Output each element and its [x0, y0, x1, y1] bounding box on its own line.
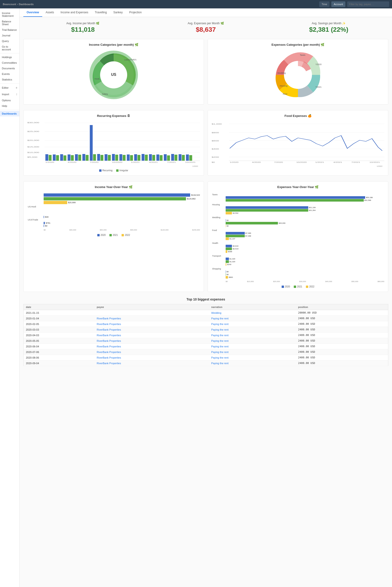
cell-narration[interactable]: Paying the rent	[209, 344, 296, 349]
housing-2021: $31,264	[226, 209, 384, 212]
cell-position: 2400.00 USD	[296, 355, 388, 360]
cell-narration[interactable]: Paying the rent	[209, 360, 296, 366]
cell-date: 2020-06-04	[24, 344, 94, 349]
income-781-bar	[44, 222, 45, 224]
cell-payee[interactable]: RiverBank Properties	[94, 327, 209, 332]
tab-income-expenses[interactable]: Income and Expenses	[57, 8, 92, 17]
sidebar-item-events[interactable]: Events	[0, 71, 19, 77]
cell-date: 2020-08-06	[24, 355, 94, 360]
exp-dot-2021	[294, 286, 296, 288]
sidebar-item-options[interactable]: Options	[0, 97, 19, 103]
svg-rect-57	[160, 155, 162, 161]
cell-narration[interactable]: Paying the rent	[209, 338, 296, 344]
label-2022: 2022	[125, 234, 130, 236]
income-yoy-area: $134,522 $129,882 $20,999 US:Hooli	[27, 192, 200, 231]
cell-payee[interactable]: RiverBank Properties	[94, 355, 209, 360]
svg-text:10/2020: 10/2020	[296, 161, 307, 163]
sidebar-item-dashboards[interactable]: Dashboards	[0, 111, 19, 116]
transport-label: Transport	[212, 255, 384, 257]
sidebar-item-editor[interactable]: Editor+	[0, 84, 19, 91]
time-button[interactable]: Time	[319, 1, 330, 7]
income-2022-bar-row: $20,999	[44, 201, 200, 204]
expenses-yoy-title: Expenses Year-Over-Year 🌿	[212, 185, 384, 189]
svg-rect-28	[53, 154, 56, 161]
cell-narration[interactable]: Paying the rent	[209, 327, 296, 332]
recurring-dot	[99, 169, 102, 172]
cell-payee[interactable]: RiverBank Properties	[94, 360, 209, 366]
tab-travelling[interactable]: Travelling	[92, 8, 110, 17]
recurring-label: Recurring	[102, 169, 112, 172]
sidebar-item-journal[interactable]: Journal	[0, 33, 19, 38]
legend-2022: 2022	[122, 234, 130, 236]
col-payee: payee	[94, 304, 209, 310]
svg-rect-39	[93, 154, 96, 161]
label-2021: 2021	[113, 234, 118, 236]
cell-payee[interactable]: RiverBank Properties	[94, 332, 209, 338]
sidebar-item-income-statement[interactable]: Income Statement	[0, 10, 19, 19]
svg-text:$25,000: $25,000	[27, 130, 39, 132]
income-yoy-title: Income Year-Over-Year 🌿	[27, 185, 200, 189]
cell-narration[interactable]: Paying the rent	[209, 332, 296, 338]
sidebar-item-commodities[interactable]: Commodities	[0, 60, 19, 65]
brand-breadcrumb: Dashboards	[19, 3, 34, 5]
tab-bar: Overview Assets Income and Expenses Trav…	[20, 8, 392, 17]
svg-rect-50	[134, 154, 137, 161]
svg-rect-49	[130, 155, 133, 161]
svg-rect-52	[142, 154, 144, 161]
income-etrade-label: US:ETrade	[28, 219, 200, 221]
cell-payee[interactable]: RiverBank Properties	[94, 344, 209, 349]
brand-sep: ›	[17, 3, 18, 5]
svg-text:4/2021: 4/2021	[149, 161, 158, 163]
transport-group: Transport $1,320 $1,320 $240	[226, 255, 384, 266]
sidebar-item-documents[interactable]: Documents	[0, 65, 19, 71]
income-2020-value: $134,522	[191, 194, 200, 196]
cell-narration[interactable]: Wedding	[209, 310, 296, 316]
income-categories-chart: Income Categories (per month) 🌿	[23, 39, 204, 104]
cell-payee[interactable]: RiverBank Properties	[94, 316, 209, 321]
cell-narration[interactable]: Paying the rent	[209, 316, 296, 321]
cell-narration[interactable]: Paying the rent	[209, 321, 296, 327]
income-2021-bar-row: $129,882	[44, 197, 200, 200]
filter-input[interactable]	[347, 1, 389, 7]
exp-legend-2022: 2022	[306, 285, 314, 288]
cell-narration[interactable]: Paying the rent	[209, 349, 296, 355]
housing-2020: $31,199	[226, 206, 384, 209]
exp-x10k: $10,000	[247, 280, 254, 283]
exp-x40k: $40,000	[325, 280, 332, 283]
cell-payee[interactable]: RiverBank Properties	[94, 349, 209, 355]
sidebar-item-holdings[interactable]: Holdings	[0, 54, 19, 60]
top10-table: date payee narration position 2021-01-15…	[23, 304, 388, 366]
food-2021: $7,398	[226, 235, 384, 237]
tab-overview[interactable]: Overview	[23, 8, 42, 17]
health-group: Health $2,616 $2,519 $388	[226, 242, 384, 253]
cell-date: 2020-05-05	[24, 338, 94, 344]
svg-text:$5,000: $5,000	[27, 156, 37, 158]
sidebar-item-balance-sheet[interactable]: Balance Sheet	[0, 19, 19, 27]
sidebar-item-statistics[interactable]: Statistics	[0, 77, 19, 82]
svg-rect-56	[156, 154, 159, 161]
cell-position: 2400.00 USD	[296, 332, 388, 338]
tab-assets[interactable]: Assets	[42, 8, 57, 17]
cell-date: 2021-01-15	[24, 310, 94, 316]
sidebar-item-import[interactable]: Import↑	[0, 91, 19, 97]
tab-projection[interactable]: Projection	[126, 8, 145, 17]
recurring-title: Recurring Expenses 🗓	[27, 114, 200, 118]
shopping-group: Shopping $0 $0 $900	[226, 268, 384, 279]
exp-dot-2022	[306, 286, 308, 288]
tab-sankey[interactable]: Sankey	[110, 8, 126, 17]
cell-narration[interactable]: Paying the rent	[209, 355, 296, 360]
sidebar-item-help[interactable]: Help	[0, 103, 19, 109]
cell-payee[interactable]: RiverBank Properties	[94, 321, 209, 327]
sidebar-item-trial-balance[interactable]: Trial Balance	[0, 27, 19, 33]
sidebar-item-goto-account[interactable]: Go to account	[0, 44, 19, 52]
cell-date: 2020-04-03	[24, 332, 94, 338]
expenses-donut-svg: Y2020 Y2021 Taxes Wedding Housing Rent	[270, 49, 326, 100]
sidebar-item-query[interactable]: Query	[0, 38, 19, 44]
cell-payee[interactable]	[94, 310, 209, 316]
svg-text:$600: $600	[212, 140, 219, 142]
cell-position: 2400.00 USD	[296, 344, 388, 349]
editor-plus-icon: +	[16, 86, 18, 90]
taxes-label: Taxes	[212, 193, 384, 196]
cell-payee[interactable]: RiverBank Properties	[94, 338, 209, 344]
account-button[interactable]: Account	[331, 1, 345, 7]
